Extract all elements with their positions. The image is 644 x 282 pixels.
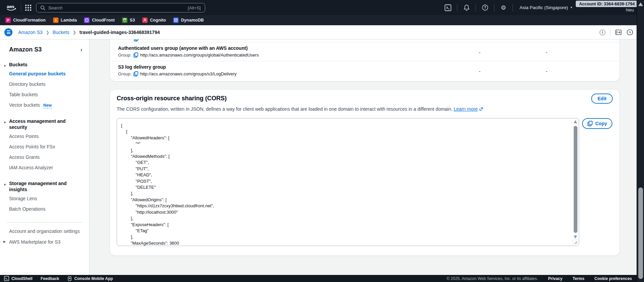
username-label: hieu [626, 8, 634, 12]
sidebar-item-storage-lens[interactable]: Storage Lens [0, 194, 89, 203]
breadcrumb-buckets[interactable]: Buckets [52, 30, 69, 35]
favorite-label: DynamoDB [181, 18, 203, 23]
search-icon [40, 5, 45, 10]
scrollbar-thumb[interactable] [638, 187, 643, 279]
notifications-bell-icon[interactable] [461, 0, 472, 15]
cors-json-content: [ { "AllowedHeaders": [ "*" ], "AllowedM… [117, 118, 579, 246]
cookie-preferences-link[interactable]: Cookie preferences [595, 276, 632, 281]
cloudshell-icon[interactable] [442, 0, 454, 15]
breadcrumb-separator: ❯ [73, 30, 76, 35]
cors-json-editor[interactable]: [ { "AllowedHeaders": [ "*" ], "AllowedM… [117, 118, 579, 246]
editor-scrollbar[interactable] [573, 119, 578, 240]
sidebar-item-general-purpose-buckets[interactable]: General purpose buckets [0, 69, 89, 78]
collapse-sidebar-icon[interactable]: ‹ [80, 47, 82, 52]
learn-more-link[interactable]: Learn more [454, 106, 478, 112]
favorite-cloudfront[interactable]: CloudFront [84, 17, 114, 23]
aws-logo[interactable]: aws [5, 4, 17, 12]
favorite-cloudformation[interactable]: CloudFormation [5, 17, 46, 23]
console-mobile-app-button[interactable]: Console Mobile App [67, 276, 113, 281]
sidebar-header-storage-management[interactable]: ▼ Storage management and insights [0, 180, 89, 192]
sidebar-title[interactable]: Amazon S3 [9, 46, 42, 53]
account-id-label: Account ID: 3364-6839-1794 [579, 2, 635, 6]
copy-icon[interactable] [134, 71, 138, 76]
scrollbar-thumb[interactable] [574, 126, 577, 233]
code-line: [ [121, 122, 569, 129]
breadcrumb-amazon-s3[interactable]: Amazon S3 [18, 30, 42, 35]
nav-divider [476, 4, 476, 11]
code-line: ], [121, 215, 569, 221]
info-icon[interactable]: i [600, 30, 605, 35]
help-icon[interactable]: ? [479, 0, 491, 15]
sidebar-item-account-settings[interactable]: Account and organization settings [0, 226, 89, 237]
global-search[interactable]: [Alt+S] [36, 3, 205, 12]
sidebar-item-access-grants[interactable]: Access Grants [0, 153, 89, 162]
code-line: "*" [121, 141, 569, 147]
favorite-lambda[interactable]: λ Lambda [53, 17, 77, 23]
gear-icon[interactable]: ⚙ [498, 0, 509, 15]
sidebar-item-iam-access-analyzer[interactable]: IAM Access Analyzer [0, 163, 89, 172]
group-label: Group: [118, 52, 131, 58]
code-line: { [121, 129, 569, 135]
chevron-down-icon: ▼ [3, 63, 6, 69]
acl-card: Authenticated users group (anyone with a… [110, 39, 620, 81]
edit-button[interactable]: Edit [591, 94, 613, 104]
side-panel-icon[interactable] [615, 29, 622, 36]
services-grid-icon[interactable] [25, 4, 32, 11]
code-line: ], [121, 190, 569, 197]
favorite-dynamodb[interactable]: DynamoDB [173, 17, 203, 23]
dynamodb-icon [173, 17, 179, 23]
top-navigation-bar: aws [Alt+S] [0, 0, 644, 15]
region-selector[interactable]: Asia Pacific (Singapore) ▼ [520, 5, 573, 10]
search-input[interactable] [48, 5, 188, 10]
scroll-up-arrow[interactable] [574, 120, 577, 123]
sidebar-item-table-buckets[interactable]: Table buckets [0, 90, 89, 99]
scroll-down-arrow[interactable] [574, 236, 577, 239]
cors-description: The CORS configuration, written in JSON,… [117, 106, 613, 112]
s3-icon [122, 17, 127, 23]
favorite-s3[interactable]: S3 [122, 17, 135, 23]
acl-row-authenticated-users: Authenticated users group (anyone with a… [110, 42, 619, 61]
nav-right-cluster: ? ⚙ Asia Pacific (Singapore) ▼ [442, 0, 573, 15]
copy-icon [588, 121, 593, 126]
scroll-up-arrow[interactable] [638, 2, 643, 6]
account-menu[interactable]: Account ID: 3364-6839-1794 ▼ [576, 1, 643, 7]
sidebar-item-aws-marketplace[interactable]: ▶ AWS Marketplace for S3 [0, 237, 89, 247]
resize-handle[interactable] [573, 240, 578, 245]
group-url: http://acs.amazonaws.com/groups/s3/LogDe… [140, 71, 237, 76]
breadcrumb-separator: ❯ [46, 30, 49, 35]
lambda-icon: λ [53, 17, 59, 23]
feedback-button[interactable]: Feedback [41, 276, 59, 281]
cloudshell-footer-button[interactable]: CloudShell [4, 276, 33, 281]
cognito-icon [142, 17, 148, 23]
sidebar-header-access-management[interactable]: ▼ Access management and security [0, 118, 89, 130]
page-scrollbar[interactable] [637, 0, 644, 282]
sidebar-section-storage: ▼ Storage management and insights Storag… [0, 180, 89, 213]
svg-text:λ: λ [55, 19, 56, 22]
main-content: Authenticated users group (anyone with a… [89, 39, 637, 275]
code-line: "AllowedOrigins": [ [121, 197, 569, 203]
cors-card: Cross-origin resource sharing (CORS) Edi… [110, 89, 620, 256]
sidebar-divider [7, 222, 82, 222]
sidebar-item-access-points[interactable]: Access Points [0, 132, 89, 141]
cloudfront-icon [84, 17, 89, 23]
sidebar: Amazon S3 ‹ ▼ Buckets General purpose bu… [0, 39, 89, 275]
bucket-acl-value: - [546, 69, 547, 74]
recent-activity-icon[interactable] [627, 29, 633, 36]
sidebar-item-access-points-fsx[interactable]: Access Points for FSx [0, 142, 89, 151]
objects-value: - [479, 69, 481, 74]
sidebar-header-buckets[interactable]: ▼ Buckets [0, 62, 89, 68]
breadcrumb-bar: Amazon S3 ❯ Buckets ❯ travel-guided-imag… [0, 25, 644, 39]
hamburger-icon[interactable] [4, 28, 12, 36]
copy-icon[interactable] [134, 52, 138, 58]
chevron-down-icon: ▼ [3, 182, 6, 188]
sidebar-item-directory-buckets[interactable]: Directory buckets [0, 80, 89, 89]
privacy-link[interactable]: Privacy [548, 276, 563, 281]
sidebar-item-batch-operations[interactable]: Batch Operations [0, 205, 89, 213]
copy-button[interactable]: Copy [582, 118, 612, 129]
favorite-cognito[interactable]: Cognito [142, 17, 166, 23]
code-line: "PUT", [121, 166, 569, 172]
cloudformation-icon [5, 17, 11, 23]
favorite-label: Cognito [150, 18, 166, 23]
terms-link[interactable]: Terms [572, 276, 584, 281]
sidebar-item-vector-buckets[interactable]: Vector bucketsNew [0, 101, 89, 110]
